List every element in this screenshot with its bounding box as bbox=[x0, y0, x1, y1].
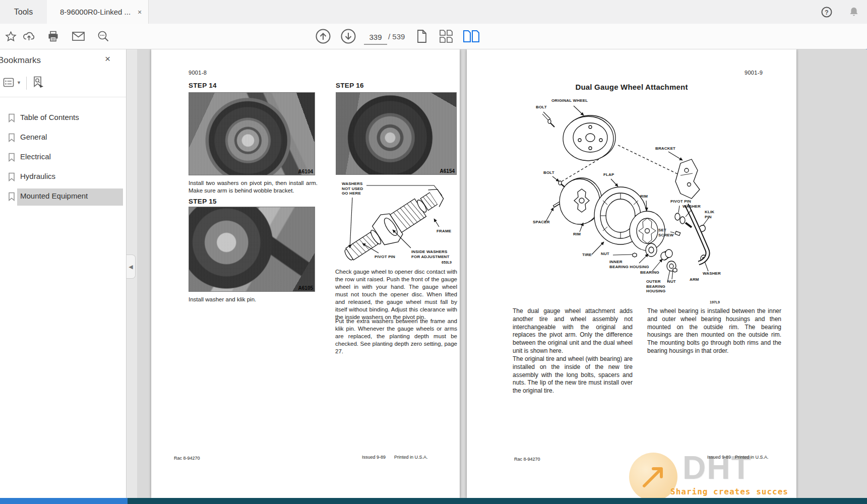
diagram-label-nut-1: NUT bbox=[601, 251, 609, 257]
step14-heading: STEP 14 bbox=[189, 82, 217, 89]
two-page-view-button[interactable] bbox=[461, 24, 482, 49]
bookmark-icon bbox=[8, 192, 15, 201]
diagram-label-pivot-pin: PIVOT PIN bbox=[375, 255, 395, 260]
bookmarks-panel: Bookmarks × ▼ Table of Contents bbox=[0, 49, 127, 498]
dual-gauge-wheel-diagram bbox=[467, 49, 796, 498]
diagram-label-bearing: BEARING bbox=[640, 270, 659, 275]
bookmark-icon bbox=[8, 172, 15, 181]
footer-publication-code: Rac 8-94270 bbox=[514, 457, 540, 462]
diagram-label-pivot-pin: PIVOT PIN bbox=[670, 199, 691, 204]
footer-printed: Printed in U.S.A. bbox=[735, 455, 769, 460]
diagram-label-spacer: SPACER bbox=[533, 220, 550, 225]
document-page-left: 9001-8 STEP 14 A6104 Install two washers… bbox=[151, 49, 460, 498]
star-icon bbox=[5, 31, 17, 42]
bookmark-label: General bbox=[20, 133, 47, 141]
bookmarks-title: Bookmarks bbox=[0, 55, 41, 66]
share-upload-button[interactable] bbox=[18, 24, 39, 49]
photo-figure-label: A6105 bbox=[298, 285, 313, 291]
bookmark-item-mounted-equipment[interactable]: Mounted Equipment bbox=[0, 187, 126, 207]
arrow-down-circle-icon bbox=[340, 28, 356, 44]
toolbar: / 539 bbox=[0, 24, 867, 49]
bookmark-label: Mounted Equipment bbox=[20, 192, 88, 200]
magnifier-dots-icon bbox=[97, 30, 110, 43]
bell-icon bbox=[848, 6, 860, 18]
help-button[interactable]: ? bbox=[817, 0, 837, 24]
bookmark-item-table-of-contents[interactable]: Table of Contents bbox=[0, 109, 126, 128]
diagram-label-inside-washers: INSIDE WASHERS FOR ADJUSTMENT bbox=[411, 249, 450, 259]
bookmark-label: Hydraulics bbox=[20, 172, 55, 180]
diagram-label-nut-2: NUT bbox=[667, 279, 676, 284]
zoom-options-button[interactable] bbox=[93, 24, 114, 49]
diagram-label-original-wheel: ORIGINAL WHEEL bbox=[551, 98, 588, 103]
diagram-label-set-screw: SET SCREW bbox=[658, 228, 674, 237]
diagram-label-tire: TIRE bbox=[582, 253, 592, 258]
step15-caption: Install washer and klik pin. bbox=[189, 296, 318, 303]
step14-photo: A6104 bbox=[189, 92, 315, 175]
tab-tools[interactable]: Tools bbox=[0, 0, 47, 24]
divider bbox=[0, 97, 126, 97]
bookmark-locate-icon bbox=[31, 76, 45, 90]
arrow-up-circle-icon bbox=[315, 28, 331, 44]
footer-issued: Issued 9-89 bbox=[362, 455, 386, 460]
step15-photo: A6105 bbox=[189, 207, 315, 292]
collapse-panel-handle[interactable]: ◀ bbox=[127, 255, 136, 279]
bookmark-label: Electrical bbox=[20, 152, 51, 161]
bookmark-icon bbox=[8, 153, 15, 162]
diagram-label-rim-1: RIM bbox=[640, 194, 648, 199]
collapse-arrow-icon: ◀ bbox=[129, 264, 133, 270]
page-total-label: / 539 bbox=[388, 24, 405, 49]
two-page-spread-icon bbox=[463, 30, 480, 43]
print-button[interactable] bbox=[42, 24, 64, 49]
email-button[interactable] bbox=[68, 24, 89, 49]
bookmarks-toolbar: ▼ bbox=[0, 75, 126, 95]
bookmark-icon bbox=[8, 133, 15, 142]
bookmark-item-general[interactable]: General bbox=[0, 129, 126, 148]
next-page-button[interactable] bbox=[338, 24, 359, 49]
bookmark-icon bbox=[8, 113, 15, 122]
bookmarks-close-icon[interactable]: × bbox=[105, 53, 110, 65]
notifications-button[interactable] bbox=[844, 0, 864, 24]
diagram-label-washer-1: WASHER bbox=[683, 204, 701, 209]
diagram-label-bracket: BRACKET bbox=[655, 146, 675, 151]
left-page-paragraph-1: Check gauge wheel to opener disc contact… bbox=[335, 268, 457, 321]
diagram-label-flap: FLAP bbox=[603, 172, 614, 177]
help-icon: ? bbox=[821, 6, 833, 18]
bottom-bar bbox=[0, 498, 867, 504]
page-thumbnails-icon bbox=[439, 29, 453, 43]
find-current-bookmark-button[interactable] bbox=[31, 76, 45, 90]
step14-caption: Install two washers on pivot pin, then i… bbox=[189, 179, 318, 194]
bookmark-options-button[interactable]: ▼ bbox=[3, 78, 21, 88]
step16-heading: STEP 16 bbox=[336, 82, 364, 89]
diagram-label-klik-pin: KLIK PIN bbox=[705, 210, 714, 219]
diagram-label-bolt-1: BOLT bbox=[536, 105, 547, 110]
diagram-label-washers: WASHERS NOT USED GO HERE bbox=[342, 181, 363, 196]
document-viewer[interactable]: 9001-8 STEP 14 A6104 Install two washers… bbox=[137, 49, 867, 498]
diagram-label-inner-bearing-housing: INNER BEARING HOUSING bbox=[609, 260, 649, 269]
tab-document-label: 8-96000R0-Linked ... bbox=[60, 8, 131, 16]
diagram-figure-number: 197L9 bbox=[710, 300, 720, 304]
previous-page-button[interactable] bbox=[313, 24, 334, 49]
tab-close-icon[interactable]: × bbox=[138, 8, 142, 16]
divider bbox=[26, 77, 27, 90]
cloud-upload-icon bbox=[22, 30, 36, 42]
footer-issued: Issued 9-89 bbox=[707, 455, 731, 460]
tab-bar: Tools 8-96000R0-Linked ... × ? bbox=[0, 0, 867, 24]
bookmark-options-icon bbox=[3, 78, 15, 88]
bookmark-item-hydraulics[interactable]: Hydraulics bbox=[0, 168, 126, 187]
footer-printed: Printed in U.S.A. bbox=[394, 455, 428, 460]
page-number-input[interactable] bbox=[364, 30, 387, 45]
diagram-label-bolt-2: BOLT bbox=[543, 170, 554, 175]
left-page-paragraph-2: Put the extra washers between the frame … bbox=[335, 318, 457, 355]
bottom-bar-accent bbox=[0, 498, 128, 504]
page-number-left: 9001-8 bbox=[189, 70, 207, 76]
printer-icon bbox=[47, 30, 59, 42]
tab-document[interactable]: 8-96000R0-Linked ... × bbox=[47, 0, 149, 24]
diagram-figure-number: 653L9 bbox=[442, 261, 452, 264]
single-page-view-button[interactable] bbox=[411, 24, 432, 49]
photo-figure-label: A6104 bbox=[298, 169, 313, 174]
footer-publication-code: Rac 8-94270 bbox=[174, 456, 200, 461]
step16-photo: A6154 bbox=[336, 92, 457, 175]
bookmark-item-electrical[interactable]: Electrical bbox=[0, 148, 126, 167]
organize-pages-button[interactable] bbox=[436, 24, 457, 49]
document-page-right: 9001-9 Dual Gauge Wheel Attachment bbox=[467, 49, 796, 498]
